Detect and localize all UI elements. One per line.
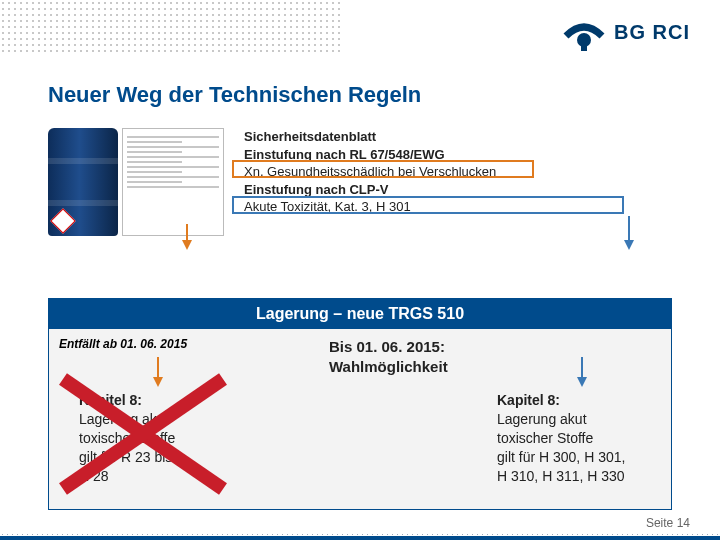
sds-line-4: Akute Toxizität, Kat. 3, H 301 [244,198,634,216]
bis-line1: Bis 01. 06. 2015: [329,338,445,355]
kapitel-left: Kapitel 8: Lagerung akut toxischer Stoff… [79,391,249,485]
page-number: 14 [677,516,690,530]
kap-right-l3: gilt für H 300, H 301, [497,448,667,467]
sds-sheet-image [122,128,224,236]
arrow-down-orange-icon [182,240,192,250]
bgrci-logo-icon [562,12,606,52]
sds-line-1: Einstufung nach RL 67/548/EWG [244,146,634,164]
kap-right-l1: Lagerung akut [497,410,667,429]
decorative-dots [0,0,340,54]
kap-right-l4: H 310, H 311, H 330 [497,467,667,486]
sds-line-3: Einstufung nach CLP-V [244,181,634,199]
thumbnail-group [48,128,226,238]
kap-left-head: Kapitel 8: [79,391,249,410]
trgs-body: Entfällt ab 01. 06. 2015 Bis 01. 06. 201… [49,329,671,509]
bis-line2: Wahlmöglichkeit [329,358,448,375]
kap-left-l4: R 28 [79,467,249,486]
svg-point-0 [577,33,591,47]
kap-left-l3: gilt für R 23 bis [79,448,249,467]
logo: BG RCI [562,12,690,52]
entfaellt-note: Entfällt ab 01. 06. 2015 [59,337,187,351]
page-label: Seite [646,516,673,530]
arrow-down-orange2-icon [153,377,163,387]
page-title: Neuer Weg der Technischen Regeln [0,64,720,108]
hazard-diamond-icon [50,208,75,233]
kap-left-l2: toxischer Stoffe [79,429,249,448]
arrow-down-blue-icon [624,240,634,250]
header-bar: BG RCI [0,0,720,64]
sds-line-2: Xn, Gesundheitsschädlich bei Verschlucke… [244,163,634,181]
footer-bar [0,536,720,540]
kapitel-right: Kapitel 8: Lagerung akut toxischer Stoff… [497,391,667,485]
page-footer: Seite 14 [646,516,690,530]
sds-text-block: Sicherheitsdatenblatt Einstufung nach RL… [244,128,634,216]
top-content: Sicherheitsdatenblatt Einstufung nach RL… [48,128,672,270]
kap-left-l1: Lagerung akut [79,410,249,429]
svg-rect-1 [581,45,587,51]
sds-heading: Sicherheitsdatenblatt [244,128,634,146]
kap-right-head: Kapitel 8: [497,391,667,410]
kap-right-l2: toxischer Stoffe [497,429,667,448]
barrel-image [48,128,118,236]
trgs-header: Lagerung – neue TRGS 510 [49,299,671,329]
trgs-panel: Lagerung – neue TRGS 510 Entfällt ab 01.… [48,298,672,510]
bis-note: Bis 01. 06. 2015: Wahlmöglichkeit [329,337,448,376]
arrow-down-blue2-icon [577,377,587,387]
logo-text: BG RCI [614,21,690,44]
